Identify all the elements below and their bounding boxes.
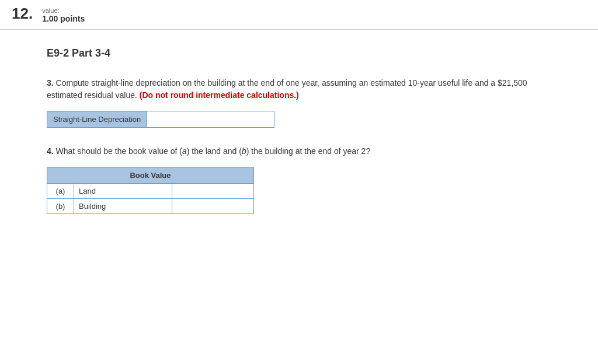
question-number: 12. [12, 6, 33, 21]
depreciation-input[interactable] [147, 111, 274, 127]
depreciation-row: Straight-Line Depreciation [47, 111, 274, 128]
table-row: (b) Building [47, 199, 254, 214]
part4-section: 4. What should be the book value of (a) … [47, 145, 551, 214]
value-info: value: 1.00 points [42, 7, 85, 23]
row-a-input-cell[interactable] [172, 184, 254, 199]
building-input[interactable] [177, 202, 249, 211]
part3-highlight: (Do not round intermediate calculations.… [140, 90, 299, 100]
part4-header: 4. What should be the book value of (a) … [47, 145, 551, 158]
row-a-letter: (a) [47, 184, 74, 199]
row-b-letter: (b) [47, 199, 74, 214]
part3-header: 3. Compute straight-line depreciation on… [47, 77, 551, 102]
row-b-input-cell[interactable] [172, 199, 254, 214]
value-label: value: [42, 7, 85, 14]
table-row: (a) Land [47, 184, 254, 199]
points-value: 1.00 points [42, 14, 85, 23]
part4-number: 4. [47, 146, 54, 156]
top-bar: 12. value: 1.00 points [0, 0, 598, 30]
part3-section: 3. Compute straight-line depreciation on… [47, 77, 551, 128]
part3-number: 3. [47, 78, 54, 88]
main-content: E9-2 Part 3-4 3. Compute straight-line d… [0, 30, 598, 249]
row-b-label: Building [74, 199, 172, 214]
land-input[interactable] [177, 187, 249, 195]
part4-text: What should be the book value of (a) the… [56, 146, 371, 156]
book-value-header: Book Value [47, 167, 254, 184]
depreciation-label: Straight-Line Depreciation [47, 111, 147, 127]
book-value-table: Book Value (a) Land (b) Building [47, 167, 254, 214]
problem-title: E9-2 Part 3-4 [47, 47, 551, 60]
row-a-label: Land [74, 184, 172, 199]
